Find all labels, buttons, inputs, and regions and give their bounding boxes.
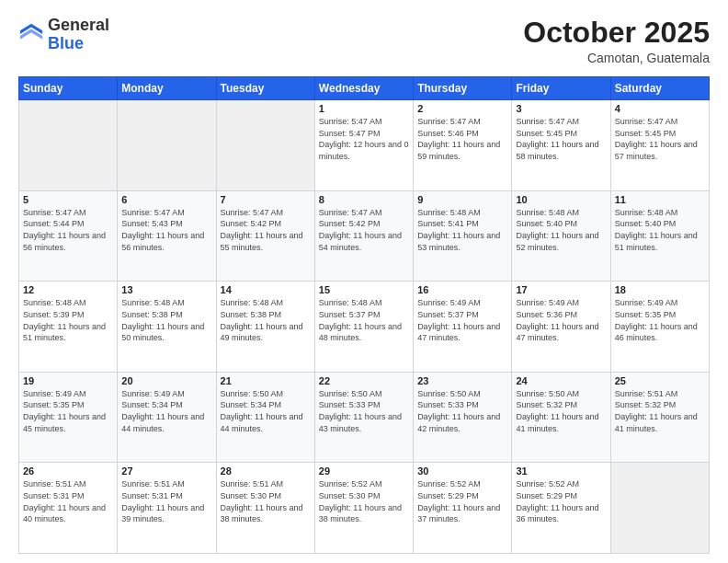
day-info: Sunrise: 5:47 AMSunset: 5:45 PMDaylight:…	[516, 116, 606, 162]
logo-general: General	[48, 16, 109, 34]
day-info: Sunrise: 5:48 AMSunset: 5:40 PMDaylight:…	[615, 207, 705, 253]
day-number: 18	[615, 284, 705, 295]
header: General Blue October 2025 Camotan, Guate…	[18, 17, 710, 65]
calendar-cell: 7Sunrise: 5:47 AMSunset: 5:42 PMDaylight…	[216, 190, 314, 282]
weekday-header: Sunday	[19, 77, 118, 100]
month-title: October 2025	[523, 17, 710, 49]
calendar-week-row: 12Sunrise: 5:48 AMSunset: 5:39 PMDayligh…	[19, 282, 710, 373]
day-number: 5	[23, 194, 113, 205]
calendar-cell: 13Sunrise: 5:48 AMSunset: 5:38 PMDayligh…	[118, 282, 216, 373]
day-info: Sunrise: 5:47 AMSunset: 5:44 PMDaylight:…	[23, 207, 113, 253]
day-info: Sunrise: 5:50 AMSunset: 5:34 PMDaylight:…	[221, 388, 311, 434]
calendar-table: SundayMondayTuesdayWednesdayThursdayFrid…	[18, 76, 710, 554]
calendar-cell: 31Sunrise: 5:52 AMSunset: 5:29 PMDayligh…	[512, 463, 610, 554]
day-number: 6	[121, 194, 211, 205]
weekday-header: Monday	[118, 77, 216, 100]
calendar-cell: 21Sunrise: 5:50 AMSunset: 5:34 PMDayligh…	[216, 372, 314, 463]
calendar-cell	[118, 100, 216, 191]
logo-icon	[18, 22, 44, 48]
calendar-cell: 28Sunrise: 5:51 AMSunset: 5:30 PMDayligh…	[216, 463, 314, 554]
day-info: Sunrise: 5:47 AMSunset: 5:42 PMDaylight:…	[319, 207, 409, 253]
weekday-header: Saturday	[610, 77, 709, 100]
calendar-cell: 12Sunrise: 5:48 AMSunset: 5:39 PMDayligh…	[19, 282, 118, 373]
page: General Blue October 2025 Camotan, Guate…	[0, 0, 728, 563]
day-number: 20	[121, 375, 211, 386]
day-number: 1	[319, 103, 409, 114]
title-block: October 2025 Camotan, Guatemala	[523, 17, 710, 65]
day-number: 19	[23, 375, 113, 386]
day-info: Sunrise: 5:47 AMSunset: 5:43 PMDaylight:…	[121, 207, 211, 253]
day-info: Sunrise: 5:49 AMSunset: 5:35 PMDaylight:…	[23, 388, 113, 434]
day-number: 2	[417, 103, 507, 114]
day-number: 27	[121, 465, 211, 477]
calendar-cell: 11Sunrise: 5:48 AMSunset: 5:40 PMDayligh…	[610, 190, 709, 282]
calendar-cell: 8Sunrise: 5:47 AMSunset: 5:42 PMDaylight…	[314, 190, 413, 282]
day-info: Sunrise: 5:47 AMSunset: 5:47 PMDaylight:…	[319, 116, 409, 162]
day-info: Sunrise: 5:51 AMSunset: 5:32 PMDaylight:…	[615, 388, 705, 434]
day-number: 23	[417, 375, 507, 386]
calendar-cell: 15Sunrise: 5:48 AMSunset: 5:37 PMDayligh…	[314, 282, 413, 373]
weekday-header: Wednesday	[314, 77, 413, 100]
day-number: 26	[23, 465, 113, 477]
calendar-cell: 29Sunrise: 5:52 AMSunset: 5:30 PMDayligh…	[314, 463, 413, 554]
day-number: 11	[615, 194, 705, 205]
day-info: Sunrise: 5:49 AMSunset: 5:36 PMDaylight:…	[516, 297, 606, 343]
calendar-cell: 3Sunrise: 5:47 AMSunset: 5:45 PMDaylight…	[512, 100, 610, 191]
day-info: Sunrise: 5:49 AMSunset: 5:37 PMDaylight:…	[417, 297, 507, 343]
calendar-cell: 25Sunrise: 5:51 AMSunset: 5:32 PMDayligh…	[610, 372, 709, 463]
day-number: 3	[516, 103, 606, 114]
day-number: 30	[417, 465, 507, 477]
calendar-cell: 20Sunrise: 5:49 AMSunset: 5:34 PMDayligh…	[118, 372, 216, 463]
calendar-cell: 23Sunrise: 5:50 AMSunset: 5:33 PMDayligh…	[414, 372, 512, 463]
day-info: Sunrise: 5:48 AMSunset: 5:38 PMDaylight:…	[221, 297, 311, 343]
day-number: 4	[615, 103, 705, 114]
calendar-week-row: 19Sunrise: 5:49 AMSunset: 5:35 PMDayligh…	[19, 372, 710, 463]
logo: General Blue	[18, 17, 109, 53]
calendar-cell: 19Sunrise: 5:49 AMSunset: 5:35 PMDayligh…	[19, 372, 118, 463]
day-number: 15	[319, 284, 409, 295]
day-info: Sunrise: 5:49 AMSunset: 5:34 PMDaylight:…	[121, 388, 211, 434]
day-info: Sunrise: 5:48 AMSunset: 5:37 PMDaylight:…	[319, 297, 409, 343]
day-info: Sunrise: 5:50 AMSunset: 5:32 PMDaylight:…	[516, 388, 606, 434]
calendar-cell: 26Sunrise: 5:51 AMSunset: 5:31 PMDayligh…	[19, 463, 118, 554]
day-info: Sunrise: 5:47 AMSunset: 5:45 PMDaylight:…	[615, 116, 705, 162]
day-number: 17	[516, 284, 606, 295]
day-info: Sunrise: 5:48 AMSunset: 5:38 PMDaylight:…	[121, 297, 211, 343]
logo-text: General Blue	[48, 17, 109, 53]
day-info: Sunrise: 5:51 AMSunset: 5:30 PMDaylight:…	[221, 478, 311, 524]
calendar-cell: 1Sunrise: 5:47 AMSunset: 5:47 PMDaylight…	[314, 100, 413, 191]
weekday-header: Thursday	[414, 77, 512, 100]
calendar-cell: 5Sunrise: 5:47 AMSunset: 5:44 PMDaylight…	[19, 190, 118, 282]
day-number: 24	[516, 375, 606, 386]
calendar-cell: 17Sunrise: 5:49 AMSunset: 5:36 PMDayligh…	[512, 282, 610, 373]
day-info: Sunrise: 5:47 AMSunset: 5:42 PMDaylight:…	[221, 207, 311, 253]
calendar-cell: 6Sunrise: 5:47 AMSunset: 5:43 PMDaylight…	[118, 190, 216, 282]
calendar-cell: 27Sunrise: 5:51 AMSunset: 5:31 PMDayligh…	[118, 463, 216, 554]
calendar-cell: 10Sunrise: 5:48 AMSunset: 5:40 PMDayligh…	[512, 190, 610, 282]
weekday-header: Friday	[512, 77, 610, 100]
weekday-header: Tuesday	[216, 77, 314, 100]
calendar-cell: 9Sunrise: 5:48 AMSunset: 5:41 PMDaylight…	[414, 190, 512, 282]
calendar-cell: 14Sunrise: 5:48 AMSunset: 5:38 PMDayligh…	[216, 282, 314, 373]
day-number: 9	[417, 194, 507, 205]
day-info: Sunrise: 5:52 AMSunset: 5:29 PMDaylight:…	[516, 478, 606, 524]
day-info: Sunrise: 5:52 AMSunset: 5:30 PMDaylight:…	[319, 478, 409, 524]
day-number: 21	[221, 375, 311, 386]
day-number: 22	[319, 375, 409, 386]
calendar-cell: 22Sunrise: 5:50 AMSunset: 5:33 PMDayligh…	[314, 372, 413, 463]
location: Camotan, Guatemala	[523, 51, 710, 65]
day-number: 28	[221, 465, 311, 477]
day-number: 14	[221, 284, 311, 295]
day-info: Sunrise: 5:51 AMSunset: 5:31 PMDaylight:…	[23, 478, 113, 524]
day-number: 13	[121, 284, 211, 295]
day-info: Sunrise: 5:50 AMSunset: 5:33 PMDaylight:…	[417, 388, 507, 434]
day-number: 12	[23, 284, 113, 295]
weekday-header-row: SundayMondayTuesdayWednesdayThursdayFrid…	[19, 77, 710, 100]
day-number: 31	[516, 465, 606, 477]
calendar-cell: 30Sunrise: 5:52 AMSunset: 5:29 PMDayligh…	[414, 463, 512, 554]
day-info: Sunrise: 5:51 AMSunset: 5:31 PMDaylight:…	[121, 478, 211, 524]
calendar-week-row: 5Sunrise: 5:47 AMSunset: 5:44 PMDaylight…	[19, 190, 710, 282]
day-info: Sunrise: 5:48 AMSunset: 5:40 PMDaylight:…	[516, 207, 606, 253]
day-number: 10	[516, 194, 606, 205]
day-number: 7	[221, 194, 311, 205]
